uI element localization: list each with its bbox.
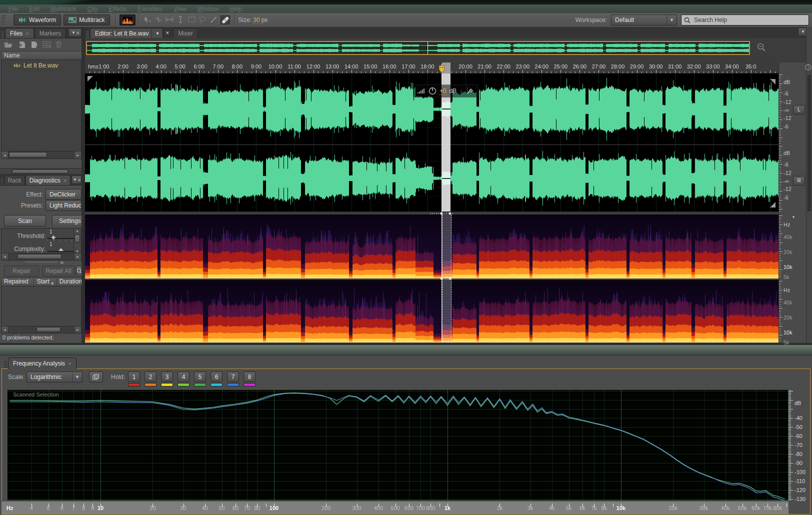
- complexity-slider[interactable]: [48, 251, 74, 252]
- repair-button[interactable]: Repair: [4, 266, 39, 276]
- spectral-canvas-left[interactable]: [85, 214, 778, 278]
- close-icon[interactable]: ×: [64, 178, 66, 184]
- tab-frequency-analysis[interactable]: Frequency Analysis ×: [8, 358, 76, 369]
- scroll-right-arrow[interactable]: ►: [74, 326, 81, 333]
- pin-icon[interactable]: [466, 88, 474, 94]
- volume-hud[interactable]: +0 dB: [413, 84, 478, 98]
- panel-grip[interactable]: [1, 177, 3, 184]
- menu-edit[interactable]: Edit: [24, 5, 44, 13]
- size-value[interactable]: 30: [253, 16, 260, 24]
- open-file-icon[interactable]: [4, 41, 13, 48]
- section-splitter[interactable]: [0, 260, 82, 264]
- move-tool[interactable]: [142, 14, 153, 24]
- workspace-dropdown[interactable]: Default ▼: [611, 14, 677, 26]
- marquee-tool[interactable]: [186, 14, 197, 24]
- fade-handle-topleft[interactable]: [88, 76, 93, 82]
- timeline-ruler[interactable]: [85, 62, 778, 74]
- scroll-down-arrow[interactable]: ▼: [74, 250, 80, 253]
- spot-healing-brush-tool[interactable]: [220, 14, 231, 26]
- col-repaired[interactable]: Repaired: [2, 278, 34, 286]
- editor-vscrollbar[interactable]: [808, 75, 811, 211]
- complexity-slider-thumb[interactable]: [58, 248, 64, 251]
- overview-range-box[interactable]: [86, 41, 750, 55]
- knob-icon[interactable]: [428, 87, 436, 95]
- col-start[interactable]: Start▼: [34, 278, 56, 286]
- menu-help[interactable]: Help: [225, 5, 246, 13]
- freq-scale-dropdown[interactable]: Logarithmic ▼: [26, 372, 82, 382]
- hold-button-3[interactable]: 3: [161, 372, 173, 382]
- effect-dropdown[interactable]: DeClicker: [46, 189, 82, 200]
- menu-effects[interactable]: Effects: [104, 5, 131, 13]
- slip-tool[interactable]: [154, 14, 164, 24]
- search-help-input[interactable]: [693, 16, 795, 24]
- time-stretch-tool[interactable]: [164, 14, 175, 24]
- scroll-thumb[interactable]: [9, 152, 47, 158]
- channel-button-right[interactable]: R: [793, 176, 805, 186]
- selection-handle[interactable]: [449, 212, 451, 214]
- settings-button[interactable]: Settings: [52, 215, 82, 226]
- monitor-clock-icon[interactable]: [805, 64, 812, 70]
- repair-all-button[interactable]: Repair All: [42, 266, 75, 276]
- tab-files[interactable]: Files ×: [5, 28, 34, 38]
- tab-markers[interactable]: Markers: [34, 28, 66, 38]
- search-help-box[interactable]: [681, 14, 809, 26]
- menu-multitrack[interactable]: Multitrack: [46, 5, 80, 13]
- scroll-thumb[interactable]: [18, 254, 62, 259]
- scroll-left-arrow[interactable]: ◄: [2, 152, 8, 158]
- close-icon[interactable]: ×: [166, 30, 169, 36]
- gain-handle-topright[interactable]: [770, 79, 776, 84]
- params-vscrollbar[interactable]: ▲ ▼: [74, 229, 80, 253]
- close-icon[interactable]: ×: [26, 30, 28, 36]
- hold-button-7[interactable]: 7: [227, 372, 239, 382]
- waveform-canvas-right[interactable]: [85, 145, 778, 212]
- scroll-up-arrow[interactable]: ▲: [74, 229, 80, 232]
- editor-dropdown-icon[interactable]: ▼: [152, 28, 162, 38]
- files-hscrollbar[interactable]: ◄ ►: [1, 151, 82, 159]
- tab-editor[interactable]: Editor: Let It Be.wav ▼: [90, 28, 163, 38]
- menu-file[interactable]: File: [4, 5, 22, 13]
- hold-button-1[interactable]: 1: [128, 372, 140, 382]
- hold-button-2[interactable]: 2: [144, 372, 156, 382]
- presets-dropdown[interactable]: Light Reduction: [46, 200, 82, 211]
- panel-grip[interactable]: [86, 30, 89, 38]
- lasso-tool[interactable]: [198, 14, 208, 24]
- close-icon[interactable]: ×: [68, 360, 71, 366]
- hud-gain-value[interactable]: +0: [440, 88, 446, 95]
- tab-rack[interactable]: Rack: [4, 175, 24, 185]
- hold-button-4[interactable]: 4: [178, 372, 190, 382]
- overview-waveform[interactable]: [87, 42, 749, 54]
- menu-window[interactable]: Window: [193, 5, 224, 13]
- menu-view[interactable]: View: [169, 5, 191, 13]
- scroll-right-arrow[interactable]: ►: [74, 152, 81, 158]
- new-file-icon[interactable]: [30, 41, 38, 48]
- panel-menu-icon[interactable]: ▼≡: [68, 28, 82, 37]
- tab-mixer[interactable]: Mixer: [173, 28, 198, 38]
- tab-diagnostics[interactable]: Diagnostics ×: [26, 175, 70, 185]
- channel-button-left[interactable]: L: [793, 105, 805, 114]
- spectral-display-toggle[interactable]: [120, 14, 136, 26]
- collapse-arrow[interactable]: [60, 261, 64, 264]
- playhead-line[interactable]: [442, 64, 442, 342]
- menu-clip[interactable]: Clip: [82, 5, 102, 13]
- panel-grip[interactable]: [1, 30, 4, 38]
- diagnostics-table-body[interactable]: [1, 286, 82, 327]
- selection-handle[interactable]: [449, 278, 451, 280]
- toolbar-grip[interactable]: [2, 14, 5, 26]
- col-duration[interactable]: Duration: [57, 278, 82, 286]
- hold-button-6[interactable]: 6: [210, 372, 222, 382]
- scroll-thumb[interactable]: [74, 234, 80, 242]
- scroll-thumb[interactable]: [36, 327, 60, 332]
- scan-button[interactable]: Scan: [4, 215, 46, 226]
- paintbrush-tool[interactable]: [208, 14, 219, 24]
- copy-graph-button[interactable]: [89, 372, 103, 382]
- hold-button-8[interactable]: 8: [244, 372, 256, 382]
- menu-favorites[interactable]: Favorites: [134, 5, 167, 13]
- razor-tool[interactable]: [176, 14, 186, 24]
- gain-handle-bottomright[interactable]: [770, 202, 776, 208]
- spectral-canvas-right[interactable]: [85, 280, 778, 342]
- hold-button-5[interactable]: 5: [194, 372, 206, 382]
- waveform-view-button[interactable]: Waveform: [14, 14, 61, 26]
- collapse-arrow-icon[interactable]: ▼: [792, 215, 796, 220]
- multitrack-view-button[interactable]: Multitrack: [64, 14, 110, 26]
- file-row[interactable]: Let It Be.wav: [2, 60, 81, 69]
